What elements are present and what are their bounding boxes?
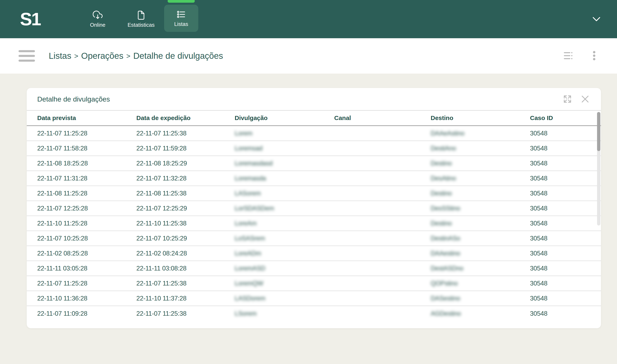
kebab-menu-icon[interactable] [588, 50, 600, 62]
expand-icon[interactable] [563, 94, 572, 104]
cell-divulgacao: Lorem [235, 130, 334, 137]
nav-item-estatisticas[interactable]: Estatisticas [123, 0, 159, 38]
breadcrumb-toolbar [563, 50, 600, 62]
cell-data-prevista: 22-11-07 10:25:28 [37, 235, 136, 242]
table-row[interactable]: 22-11-10 11:36:28 22-11-10 11:37:28 LASD… [27, 291, 601, 306]
panel-header: Detalhe de divulgações [27, 88, 601, 111]
column-header-caso-id: Caso ID [530, 115, 601, 121]
cell-data-prevista: 22-11-07 11:31:28 [37, 175, 136, 182]
cell-divulgacao: LoSASrem [235, 235, 334, 242]
document-icon [136, 10, 146, 20]
cell-data-prevista: 22-11-10 11:36:28 [37, 295, 136, 302]
breadcrumb-item-operacoes[interactable]: Operações [81, 51, 123, 61]
cell-divulgacao: LoreAm [235, 220, 334, 227]
vertical-scrollbar[interactable] [597, 112, 600, 225]
cell-destino: QOPstino [431, 280, 530, 287]
cell-data-expedicao: 22-11-07 11:32:28 [136, 175, 235, 182]
table-row[interactable]: 22-11-07 12:25:28 22-11-07 12:25:29 LorS… [27, 201, 601, 216]
cell-data-prevista: 22-11-02 08:25:28 [37, 250, 136, 257]
cell-destino: DAAestino [431, 250, 530, 257]
cell-data-prevista: 22-11-08 11:25:28 [37, 190, 136, 197]
cell-data-expedicao: 22-11-07 11:59:28 [136, 145, 235, 152]
table-header-row: Data prevista Data de expedição Divulgaç… [27, 111, 601, 126]
breadcrumb-item-current: Detalhe de divulgações [133, 51, 223, 61]
nav-label-online: Online [90, 22, 105, 28]
cell-caso-id: 30548 [530, 220, 601, 227]
table-row[interactable]: 22-11-07 11:58:28 22-11-07 11:59:28 Lore… [27, 141, 601, 156]
cell-data-expedicao: 22-11-10 11:37:28 [136, 295, 235, 302]
table-row[interactable]: 22-11-11 03:05:28 22-11-11 03:08:28 Lore… [27, 261, 601, 276]
cell-caso-id: 30548 [530, 130, 601, 137]
column-header-divulgacao: Divulgação [235, 115, 334, 121]
panel-actions [563, 94, 590, 104]
cell-destino: Destino [431, 220, 530, 227]
nav-item-listas[interactable]: Listas [164, 5, 198, 32]
cell-caso-id: 30548 [530, 145, 601, 152]
cell-destino: DestiAno [431, 145, 530, 152]
list-icon [176, 10, 186, 19]
chevron-down-icon[interactable] [590, 14, 603, 24]
cell-divulgacao: LSorem [235, 310, 334, 317]
cell-data-prevista: 22-11-11 03:05:28 [37, 265, 136, 272]
screen: S1 Online Estatisticas Listas [0, 0, 617, 364]
table-row[interactable]: 22-11-07 11:31:28 22-11-07 11:32:28 Lore… [27, 171, 601, 186]
cloud-download-icon [93, 10, 103, 20]
cell-data-prevista: 22-11-10 11:25:28 [37, 220, 136, 227]
column-header-data-expedicao: Data de expedição [136, 115, 235, 121]
cell-divulgacao: LASDorem [235, 295, 334, 302]
cell-divulgacao: LoremASD [235, 265, 334, 272]
table-row[interactable]: 22-11-08 11:25:28 22-11-08 11:25:38 LASo… [27, 186, 601, 201]
cell-caso-id: 30548 [530, 265, 601, 272]
breadcrumb-separator: > [74, 52, 78, 60]
cell-caso-id: 30548 [530, 190, 601, 197]
panel-title: Detalhe de divulgações [37, 95, 110, 103]
top-nav-bar: S1 Online Estatisticas Listas [0, 0, 617, 38]
list-options-icon[interactable] [563, 50, 575, 62]
cell-caso-id: 30548 [530, 205, 601, 212]
scrollbar-thumb[interactable] [597, 112, 600, 151]
nav-label-listas: Listas [174, 21, 188, 27]
breadcrumb: Listas > Operações > Detalhe de divulgaç… [49, 51, 223, 61]
cell-caso-id: 30548 [530, 310, 601, 317]
table-row[interactable]: 22-11-07 11:09:28 22-11-07 11:25:38 LSor… [27, 306, 601, 321]
cell-data-expedicao: 22-11-02 08:24:28 [136, 250, 235, 257]
table-row[interactable]: 22-11-02 08:25:28 22-11-02 08:24:28 Lore… [27, 246, 601, 261]
menu-icon[interactable] [18, 50, 35, 62]
nav-item-online[interactable]: Online [83, 0, 112, 38]
cell-divulgacao: Loremsad [235, 145, 334, 152]
cell-data-prevista: 22-11-07 11:58:28 [37, 145, 136, 152]
table-row[interactable]: 22-11-07 11:25:28 22-11-07 11:25:38 Lore… [27, 276, 601, 291]
cell-destino: DAAeAstino [431, 130, 530, 137]
column-header-data-prevista: Data prevista [37, 115, 136, 121]
cell-data-expedicao: 22-11-07 12:25:29 [136, 205, 235, 212]
table-row[interactable]: 22-11-07 11:25:28 22-11-07 11:25:38 Lore… [27, 126, 601, 141]
breadcrumb-item-listas[interactable]: Listas [49, 51, 71, 61]
column-header-destino: Destino [431, 115, 530, 121]
cell-destino: DASestino [431, 295, 530, 302]
active-tab-indicator [168, 0, 195, 3]
table-row[interactable]: 22-11-10 11:25:28 22-11-10 11:25:38 Lore… [27, 216, 601, 231]
cell-destino: DesSStino [431, 205, 530, 212]
table-row[interactable]: 22-11-07 10:25:28 22-11-07 10:25:29 LoSA… [27, 231, 601, 246]
cell-data-expedicao: 22-11-11 03:08:28 [136, 265, 235, 272]
cell-caso-id: 30548 [530, 160, 601, 167]
cell-divulgacao: Loremasdasd [235, 160, 334, 167]
cell-divulgacao: Loremasda [235, 175, 334, 182]
table-row[interactable]: 22-11-08 18:25:28 22-11-08 18:25:29 Lore… [27, 156, 601, 171]
cell-divulgacao: LorSDASDem [235, 205, 334, 212]
cell-data-prevista: 22-11-07 11:25:28 [37, 280, 136, 287]
cell-data-expedicao: 22-11-08 11:25:38 [136, 190, 235, 197]
cell-destino: Destino [431, 160, 530, 167]
nav-label-estatisticas: Estatisticas [128, 22, 155, 28]
cell-caso-id: 30548 [530, 175, 601, 182]
close-icon[interactable] [581, 94, 590, 104]
cell-data-expedicao: 22-11-07 11:25:38 [136, 130, 235, 137]
main-content: Detalhe de divulgações Data prevista Dat… [0, 74, 617, 364]
cell-destino: AGDestino [431, 310, 530, 317]
table-body: 22-11-07 11:25:28 22-11-07 11:25:38 Lore… [27, 126, 601, 321]
detail-panel: Detalhe de divulgações Data prevista Dat… [27, 88, 601, 328]
cell-divulgacao: LoreADm [235, 250, 334, 257]
cell-data-expedicao: 22-11-08 18:25:29 [136, 160, 235, 167]
cell-divulgacao: LoremQW [235, 280, 334, 287]
cell-data-expedicao: 22-11-07 10:25:29 [136, 235, 235, 242]
